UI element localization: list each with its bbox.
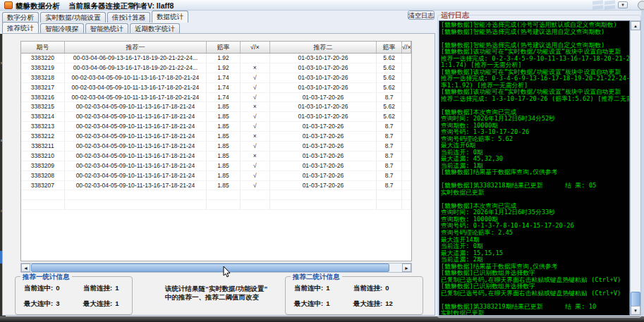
stats-note-line2: 中的推荐一、推荐二阈值而改变 [165, 293, 281, 302]
box2-stat-3: 最大连挂:12 [353, 299, 393, 309]
main-tab-1[interactable]: 实时数据/功能设置 [40, 12, 106, 23]
table-row[interactable]: 338322000-03-04-06-09-13-16-17-18-19-20-… [21, 54, 411, 63]
title-bar: 貔貅数据分析 当前服务器连接正常 作者V: llaff8 ▼ [0, 0, 644, 11]
cell-r6-c2: 1.85 [207, 112, 241, 122]
horizontal-scrollbar-thumb[interactable] [31, 264, 389, 272]
recommend-statistics-table[interactable]: 期号推荐一赔率√/×推荐二赔率√/× 338322000-03-04-06-09… [20, 41, 412, 261]
cell-r2-c1: 00-02-03-04-05-09-10-11-13-16-17-18-20-2… [65, 73, 207, 83]
cell-r13-c4: 01-03-17-20-26 [270, 181, 377, 191]
chevron-down-icon[interactable]: ▼ [618, 1, 628, 8]
column-header-0: 期号 [21, 42, 65, 53]
main-tab-2[interactable]: 倍投计算器 [107, 12, 151, 23]
table-row[interactable]: 338321900-03-04-06-09-13-16-17-18-19-20-… [21, 63, 411, 73]
app-icon [4, 1, 13, 9]
table-row[interactable]: 338321700-02-03-04-05-09-10-11-13-16-17-… [21, 83, 411, 93]
cell-r7-c6 [402, 122, 411, 132]
log-line-25: 实时数据已更新 [441, 190, 628, 197]
cell-r12-c5: 8.7 [377, 171, 402, 181]
table-row[interactable]: 338321000-02-03-04-05-09-10-11-13-16-17-… [21, 151, 411, 161]
table-row[interactable]: 338321200-02-03-04-05-09-10-11-13-16-17-… [21, 132, 411, 142]
sub-tab-2[interactable]: 智能热统计 [85, 23, 129, 34]
scroll-left-arrow-icon[interactable]: ◄ [21, 264, 30, 272]
scroll-up-arrow-icon[interactable]: ▲ [631, 21, 640, 30]
windows-logo-watermark [591, 0, 616, 10]
box2-stat-value-0: 1 [326, 284, 329, 292]
cell-r6-c3: √ [241, 112, 270, 122]
column-header-2: 赔率 [207, 42, 241, 53]
table-row[interactable]: 338320900-02-03-04-05-09-10-11-13-16-17-… [21, 161, 411, 171]
box1-stat-value-1: 1 [115, 284, 119, 292]
main-tab-3[interactable]: 数据统计 [152, 11, 188, 23]
scroll-down-arrow-icon[interactable]: ▼ [631, 306, 640, 315]
main-tab-0[interactable]: 数字分析 [2, 12, 39, 23]
cell-r4-c5: 8.7 [377, 93, 402, 103]
cell-r10-c6 [402, 151, 411, 161]
empty-cell [21, 200, 65, 210]
cell-r10-c5: 8.7 [377, 151, 402, 161]
window-right-border [641, 10, 644, 316]
cell-r12-c6 [402, 171, 411, 181]
cell-r7-c3: √ [241, 122, 270, 132]
log-scrollbar-thumb[interactable] [631, 292, 640, 306]
horizontal-scrollbar[interactable]: ◄ ► [20, 263, 412, 273]
cell-r8-c6 [402, 132, 411, 142]
cell-r3-c6 [402, 83, 411, 93]
log-vertical-scrollbar[interactable]: ▲ ▼ [630, 20, 641, 316]
mouse-cursor [223, 266, 231, 278]
box2-stat-value-1: 0 [385, 284, 389, 292]
cell-r13-c3: √ [241, 181, 270, 191]
overlay-circle-icon[interactable] [638, 1, 644, 10]
box1-stat-label-1: 当前连挂: [83, 284, 112, 292]
cell-r7-c1: 00-02-03-04-05-09-10-11-13-16-17-18-21-2… [65, 122, 207, 132]
cell-r5-c0: 3383215 [21, 102, 65, 112]
box2-stat-label-2: 最大连中: [294, 299, 323, 307]
box2-stat-label-1: 当前连挂: [353, 284, 382, 292]
box1-stat-label-0: 当前连中: [24, 284, 53, 292]
cell-r1-c4: 01-03-10-17-20-26 [270, 63, 377, 73]
cell-r0-c3 [241, 54, 270, 63]
cell-r0-c5: 5.62 [377, 54, 402, 63]
box1-stat-value-3: 1 [115, 299, 119, 307]
box1-stat-0: 当前连中:0 [24, 284, 59, 293]
cell-r0-c4: 01-03-10-17-20-26 [270, 54, 377, 63]
cell-r5-c6 [402, 102, 411, 112]
cell-r3-c1: 00-02-03-04-05-09-10-11-13-16-17-18-20-2… [65, 83, 207, 93]
statistics-page: 期号推荐一赔率√/×推荐二赔率√/× 338322000-03-04-06-09… [2, 33, 435, 316]
table-row[interactable]: 338321100-02-03-04-05-09-10-11-13-16-17-… [21, 142, 411, 151]
empty-cell [65, 200, 207, 210]
table-header-row: 期号推荐一赔率√/×推荐二赔率√/× [21, 42, 411, 54]
box2-stat-0: 当前连中:1 [294, 284, 329, 293]
sub-tab-1[interactable]: 智能冷嗅探 [40, 23, 84, 34]
table-row[interactable]: 338321600-02-03-04-05-09-10-11-13-16-17-… [21, 93, 411, 103]
empty-cell [270, 190, 377, 200]
cell-r4-c6 [402, 93, 411, 103]
cell-r13-c6 [402, 181, 411, 191]
cell-r0-c0: 3383220 [21, 54, 65, 63]
clear-log-button[interactable]: 清空日志 [408, 11, 435, 20]
scroll-right-arrow-icon[interactable]: ► [402, 264, 411, 272]
table-body: 338322000-03-04-06-09-13-16-17-18-19-20-… [21, 54, 411, 210]
run-log-output[interactable]: [貔貅数据]智能冷选择完成(冷号可选用默认或自定义查询期数)[貔貅数据]智能热选… [439, 20, 630, 316]
cell-r6-c0: 3383214 [21, 112, 65, 122]
cell-r2-c0: 3383218 [21, 73, 65, 83]
sub-tab-0[interactable]: 推荐统计 [2, 22, 39, 34]
cell-r9-c6 [402, 142, 411, 151]
table-row[interactable]: 338321300-02-03-04-05-09-10-11-13-16-17-… [21, 122, 411, 132]
sub-tab-3[interactable]: 近期数字统计 [130, 23, 180, 34]
table-row[interactable]: 338320800-02-03-04-05-09-10-11-13-16-17-… [21, 171, 411, 181]
cell-r8-c5: 8.7 [377, 132, 402, 142]
table-row[interactable]: 338321400-02-03-04-05-09-10-11-13-16-17-… [21, 112, 411, 122]
box1-stat-value-0: 0 [56, 284, 59, 292]
screen: 貔貅数据分析 当前服务器连接正常 作者V: llaff8 ▼ 数字分析实时数据/… [0, 0, 644, 322]
cell-r5-c4: 01-03-10-17-20-26 [270, 102, 377, 112]
table-row[interactable]: 338321500-02-03-04-05-09-10-11-13-16-17-… [21, 102, 411, 112]
table-row[interactable]: 338320700-02-03-04-05-09-10-11-13-16-17-… [21, 181, 411, 191]
cell-r9-c0: 3383211 [21, 142, 65, 151]
cell-r2-c5: 5.62 [377, 73, 402, 83]
table-row[interactable]: 338321800-02-03-04-05-09-10-11-13-16-17-… [21, 73, 411, 83]
cell-r12-c1: 00-02-03-04-05-09-10-11-13-16-17-18-21-2… [65, 171, 207, 181]
cell-r4-c3: √ [241, 93, 270, 103]
cell-r8-c1: 00-02-03-04-05-09-10-11-13-16-17-18-21-2… [65, 132, 207, 142]
cell-r11-c6 [402, 161, 411, 171]
cell-r13-c0: 3383207 [21, 181, 65, 191]
